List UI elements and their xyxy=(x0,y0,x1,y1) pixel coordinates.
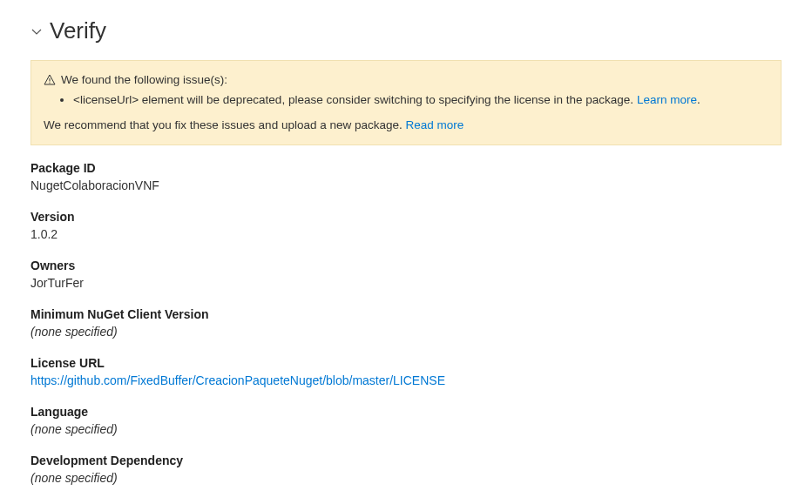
verify-section-header[interactable]: Verify xyxy=(30,17,782,44)
field-language: Language (none specified) xyxy=(30,405,782,436)
warning-box: We found the following issue(s): <licens… xyxy=(30,60,782,145)
field-value: 1.0.2 xyxy=(30,227,782,241)
field-owners: Owners JorTurFer xyxy=(30,259,782,290)
field-label: Language xyxy=(30,405,782,419)
field-label: Development Dependency xyxy=(30,454,782,467)
warning-icon xyxy=(44,74,56,86)
read-more-link[interactable]: Read more xyxy=(406,118,464,131)
field-value: (none specified) xyxy=(30,471,782,485)
svg-point-1 xyxy=(49,83,50,84)
field-label: Package ID xyxy=(30,161,782,175)
learn-more-link[interactable]: Learn more xyxy=(637,93,697,106)
field-value: (none specified) xyxy=(30,422,782,436)
field-dev-dependency: Development Dependency (none specified) xyxy=(30,454,782,485)
field-package-id: Package ID NugetColaboracionVNF xyxy=(30,161,782,192)
section-title: Verify xyxy=(50,17,106,44)
warning-header: We found the following issue(s): xyxy=(44,71,768,89)
field-license-url: License URL https://github.com/FixedBuff… xyxy=(30,356,782,387)
field-value: NugetColaboracionVNF xyxy=(30,178,782,192)
field-label: Minimum NuGet Client Version xyxy=(30,307,782,321)
chevron-down-icon xyxy=(30,25,43,37)
field-value: JorTurFer xyxy=(30,276,782,290)
field-value: (none specified) xyxy=(30,325,782,339)
issue-list: <licenseUrl> element will be deprecated,… xyxy=(73,91,768,109)
field-version: Version 1.0.2 xyxy=(30,210,782,241)
issue-item: <licenseUrl> element will be deprecated,… xyxy=(73,91,768,109)
license-url-link[interactable]: https://github.com/FixedBuffer/CreacionP… xyxy=(30,373,445,387)
field-min-client: Minimum NuGet Client Version (none speci… xyxy=(30,307,782,339)
field-label: License URL xyxy=(30,356,782,370)
field-label: Version xyxy=(30,210,782,224)
field-label: Owners xyxy=(30,259,782,272)
warning-intro: We found the following issue(s): xyxy=(61,71,227,89)
recommend-text-row: We recommend that you fix these issues a… xyxy=(44,117,768,134)
issue-text: <licenseUrl> element will be deprecated,… xyxy=(73,93,637,106)
recommend-text: We recommend that you fix these issues a… xyxy=(44,118,406,131)
